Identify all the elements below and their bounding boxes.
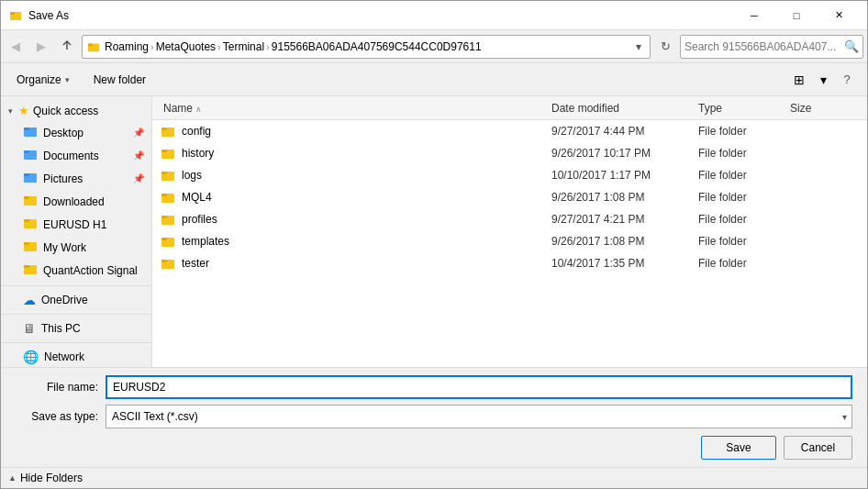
sidebar-item-eurusd-label: EURUSD H1 — [43, 218, 106, 231]
downloaded-folder-icon — [23, 193, 38, 210]
svg-rect-23 — [161, 172, 167, 174]
sidebar-item-this-pc-label: This PC — [41, 322, 81, 335]
help-button[interactable]: ? — [834, 67, 860, 93]
svg-rect-17 — [24, 265, 29, 268]
file-type: File folder — [695, 125, 786, 138]
maximize-button[interactable]: □ — [775, 1, 818, 30]
file-list-header: Name ∧ Date modified Type Size — [152, 96, 867, 120]
table-row[interactable]: templates 9/26/2017 1:08 PM File folder — [152, 230, 867, 252]
savetype-wrapper: ASCII Text (*.csv)CSV (*.csv)Excel (*.xl… — [106, 405, 852, 428]
close-button[interactable]: ✕ — [818, 1, 860, 30]
this-pc-icon: 🖥 — [23, 321, 36, 336]
folder-icon — [160, 167, 176, 183]
file-name: MQL4 — [182, 191, 548, 204]
navigation-toolbar: ◀ ▶ Roaming › MetaQuotes › Terminal › 91… — [1, 30, 867, 63]
save-button[interactable]: Save — [701, 436, 776, 460]
sidebar-item-eurusd[interactable]: EURUSD H1 — [1, 213, 151, 236]
sidebar-item-this-pc[interactable]: 🖥 This PC — [1, 318, 151, 339]
hide-folders-button[interactable]: ▲ Hide Folders — [8, 472, 83, 484]
sidebar-item-mywork[interactable]: My Work — [1, 236, 151, 259]
new-folder-button[interactable]: New folder — [85, 67, 154, 93]
sidebar-item-desktop[interactable]: Desktop 📌 — [1, 121, 151, 144]
file-date: 9/26/2017 1:08 PM — [548, 191, 695, 204]
eurusd-folder-icon — [23, 216, 38, 233]
documents-folder-icon — [23, 147, 38, 164]
table-row[interactable]: logs 10/10/2017 1:17 PM File folder — [152, 164, 867, 186]
column-date[interactable]: Date modified — [548, 102, 695, 115]
file-date: 10/4/2017 1:35 PM — [548, 257, 695, 270]
forward-button[interactable]: ▶ — [30, 36, 52, 58]
file-name: tester — [182, 257, 548, 270]
svg-rect-11 — [24, 196, 29, 199]
column-type[interactable]: Type — [695, 102, 786, 115]
file-name: config — [182, 125, 548, 138]
breadcrumb-current: 915566BA06ADA407569C544CC0D97611 — [272, 40, 482, 53]
file-date: 9/27/2017 4:44 PM — [548, 125, 695, 138]
folder-icon — [160, 255, 176, 272]
file-date: 9/26/2017 10:17 PM — [548, 147, 695, 160]
file-date: 9/26/2017 1:08 PM — [548, 235, 695, 248]
breadcrumb: Roaming › MetaQuotes › Terminal › 915566… — [105, 40, 628, 53]
pictures-pin-icon: 📌 — [133, 173, 144, 183]
address-bar[interactable]: Roaming › MetaQuotes › Terminal › 915566… — [82, 35, 651, 59]
main-content: ▾ ★ Quick access Desktop 📌 Documents — [1, 96, 867, 367]
back-button[interactable]: ◀ — [5, 36, 27, 58]
quick-access-chevron-icon: ▾ — [8, 106, 13, 116]
sidebar-item-downloaded[interactable]: Downloaded — [1, 190, 151, 213]
view-dropdown-button[interactable]: ▾ — [816, 67, 830, 93]
sidebar: ▾ ★ Quick access Desktop 📌 Documents — [1, 96, 152, 367]
up-button[interactable] — [56, 36, 78, 58]
filename-input[interactable] — [106, 375, 852, 399]
svg-rect-9 — [24, 173, 29, 176]
table-row[interactable]: history 9/26/2017 10:17 PM File folder — [152, 142, 867, 164]
file-type: File folder — [695, 257, 786, 270]
organize-button[interactable]: Organize ▾ — [8, 67, 78, 93]
svg-rect-25 — [161, 194, 167, 196]
address-folder-icon — [86, 39, 101, 54]
column-size[interactable]: Size — [786, 102, 860, 115]
savetype-select[interactable]: ASCII Text (*.csv)CSV (*.csv)Excel (*.xl… — [106, 405, 852, 428]
mywork-folder-icon — [23, 239, 38, 256]
file-name: templates — [182, 235, 548, 248]
file-type: File folder — [695, 213, 786, 226]
sidebar-item-documents[interactable]: Documents 📌 — [1, 144, 151, 167]
file-type: File folder — [695, 147, 786, 160]
address-dropdown-button[interactable]: ▾ — [631, 35, 646, 59]
folder-icon — [160, 211, 176, 228]
sidebar-item-onedrive[interactable]: ☁ OneDrive — [1, 290, 151, 310]
filename-row: File name: — [16, 375, 852, 399]
bottom-bar: File name: Save as type: ASCII Text (*.c… — [1, 367, 867, 467]
sidebar-item-pictures[interactable]: Pictures 📌 — [1, 167, 151, 190]
sidebar-item-quantaction-label: QuantAction Signal — [43, 264, 138, 277]
search-input[interactable] — [684, 40, 840, 53]
refresh-button[interactable]: ↻ — [654, 35, 676, 59]
sort-arrow-name: ∧ — [195, 105, 202, 114]
desktop-pin-icon: 📌 — [133, 128, 144, 138]
column-name[interactable]: Name ∧ — [160, 102, 548, 115]
cancel-button[interactable]: Cancel — [784, 436, 852, 460]
svg-rect-5 — [24, 128, 29, 130]
savetype-label: Save as type: — [16, 410, 98, 423]
quantaction-folder-icon — [23, 261, 38, 279]
view-toggle-button[interactable]: ⊞ — [786, 67, 812, 93]
table-row[interactable]: config 9/27/2017 4:44 PM File folder — [152, 120, 867, 142]
breadcrumb-roaming[interactable]: Roaming — [105, 40, 149, 53]
title-bar: Save As ─ □ ✕ — [1, 1, 867, 30]
sidebar-item-quantaction[interactable]: QuantAction Signal — [1, 259, 151, 282]
quick-access-header[interactable]: ▾ ★ Quick access — [1, 100, 151, 121]
svg-rect-27 — [161, 216, 167, 218]
minimize-button[interactable]: ─ — [733, 1, 775, 30]
breadcrumb-metaquotes[interactable]: MetaQuotes — [156, 40, 216, 53]
filename-label: File name: — [16, 381, 98, 394]
sidebar-item-downloaded-label: Downloaded — [43, 195, 105, 208]
sidebar-divider-3 — [1, 342, 151, 343]
svg-rect-13 — [24, 219, 29, 222]
search-bar[interactable]: 🔍 — [680, 35, 863, 59]
table-row[interactable]: MQL4 9/26/2017 1:08 PM File folder — [152, 186, 867, 208]
pictures-folder-icon — [23, 170, 38, 187]
sidebar-item-network[interactable]: 🌐 Network — [1, 347, 151, 367]
sidebar-item-documents-label: Documents — [43, 150, 99, 162]
breadcrumb-terminal[interactable]: Terminal — [223, 40, 264, 53]
table-row[interactable]: profiles 9/27/2017 4:21 PM File folder — [152, 208, 867, 230]
table-row[interactable]: tester 10/4/2017 1:35 PM File folder — [152, 252, 867, 274]
